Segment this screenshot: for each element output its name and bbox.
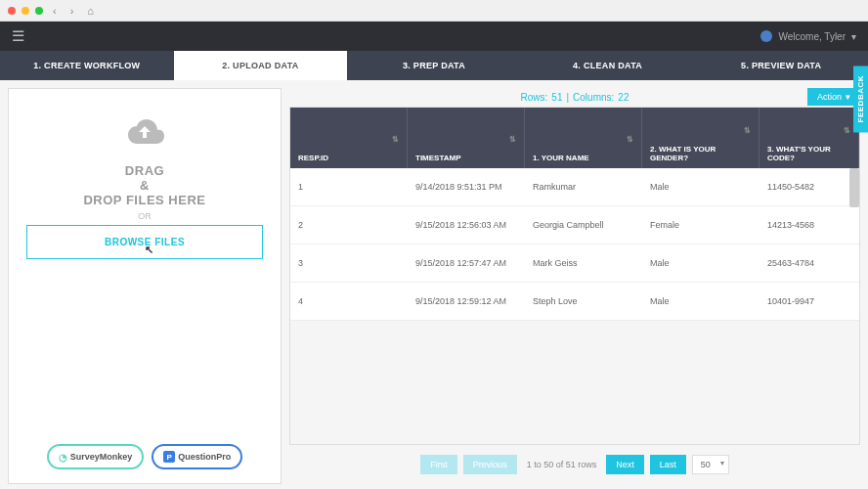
- next-button[interactable]: Next: [606, 455, 644, 474]
- drag-text-1: DRAG: [125, 163, 164, 178]
- surveymonkey-label: SurveyMonkey: [70, 452, 133, 462]
- tab-clean-data[interactable]: 4. CLEAN DATA: [521, 51, 695, 80]
- cloud-upload-icon: [123, 118, 166, 154]
- cell-code: 14213-4568: [760, 206, 859, 244]
- cell-ts: 9/15/2018 12:57:47 AM: [408, 244, 525, 282]
- sort-icon[interactable]: ⇅: [509, 135, 516, 144]
- table-row[interactable]: 2 9/15/2018 12:56:03 AM Georgia Campbell…: [290, 206, 859, 244]
- or-text: OR: [138, 211, 152, 221]
- sort-icon[interactable]: ⇅: [744, 126, 751, 135]
- menu-icon[interactable]: ☰: [12, 27, 24, 45]
- last-button[interactable]: Last: [650, 455, 686, 474]
- tab-create-workflow[interactable]: 1. CREATE WORKFLOW: [0, 51, 174, 80]
- cell-code: 10401-9947: [760, 283, 859, 320]
- traffic-red[interactable]: [8, 7, 16, 15]
- table-row[interactable]: 3 9/15/2018 12:57:47 AM Mark Geiss Male …: [290, 244, 859, 283]
- feedback-tab[interactable]: FEEDBACK: [853, 66, 868, 132]
- cell-id: 4: [290, 283, 408, 320]
- cell-ts: 9/14/2018 9:51:31 PM: [408, 168, 525, 205]
- data-table: ⇅RESP.ID ⇅TIMESTAMP ⇅1. YOUR NAME ⇅2. WH…: [289, 107, 860, 445]
- tab-prep-data[interactable]: 3. PREP DATA: [347, 51, 521, 80]
- tab-preview-data[interactable]: 5. PREVIEW DATA: [694, 51, 868, 80]
- cell-gender: Male: [642, 244, 760, 282]
- data-panel: Rows: 51 | Columns: 22 Action ▾ ⇅RESP.ID…: [289, 88, 860, 484]
- surveymonkey-button[interactable]: ◔ SurveyMonkey: [47, 444, 145, 469]
- cell-name: Steph Love: [525, 283, 642, 320]
- cell-code: 11450-5482: [760, 168, 859, 205]
- action-button[interactable]: Action ▾: [807, 88, 860, 106]
- upload-panel: DRAG & DROP FILES HERE OR BROWSE FILES ↖…: [8, 88, 282, 484]
- col-respid: RESP.ID: [298, 154, 399, 162]
- col-code: 3. WHAT'S YOUR CODE?: [767, 145, 850, 162]
- pagination: First Previous 1 to 50 of 51 rows Next L…: [289, 445, 860, 484]
- traffic-yellow[interactable]: [22, 7, 29, 15]
- chevron-down-icon: ▾: [851, 31, 856, 42]
- page-info: 1 to 50 of 51 rows: [527, 460, 597, 469]
- rows-label: Rows:: [521, 92, 548, 103]
- col-name: 1. YOUR NAME: [533, 154, 633, 162]
- table-scrollbar[interactable]: [849, 168, 859, 207]
- col-gender: 2. WHAT IS YOUR GENDER?: [650, 145, 751, 162]
- table-body: 1 9/14/2018 9:51:31 PM Ramkumar Male 114…: [290, 168, 859, 321]
- cell-gender: Female: [642, 206, 760, 244]
- cell-id: 1: [290, 168, 408, 205]
- browse-files-button[interactable]: BROWSE FILES ↖: [26, 225, 263, 259]
- sort-icon[interactable]: ⇅: [392, 135, 399, 144]
- first-button[interactable]: First: [420, 455, 457, 474]
- avatar: [760, 30, 772, 42]
- workflow-tabs: 1. CREATE WORKFLOW 2. UPLOAD DATA 3. PRE…: [0, 51, 868, 80]
- cols-count: 22: [618, 92, 629, 103]
- cell-ts: 9/15/2018 12:56:03 AM: [408, 206, 525, 244]
- sort-icon[interactable]: ⇅: [844, 126, 850, 135]
- traffic-green[interactable]: [35, 7, 43, 15]
- table-row[interactable]: 4 9/15/2018 12:59:12 AM Steph Love Male …: [290, 283, 859, 321]
- surveymonkey-icon: ◔: [59, 452, 67, 463]
- cell-id: 2: [290, 206, 408, 244]
- page-size-select[interactable]: 50: [692, 455, 729, 474]
- summary-row: Rows: 51 | Columns: 22 Action ▾: [289, 88, 860, 107]
- home-icon[interactable]: ⌂: [87, 5, 94, 17]
- cols-label: Columns:: [573, 92, 614, 103]
- cell-code: 25463-4784: [760, 244, 859, 282]
- table-header: ⇅RESP.ID ⇅TIMESTAMP ⇅1. YOUR NAME ⇅2. WH…: [290, 108, 859, 168]
- table-row[interactable]: 1 9/14/2018 9:51:31 PM Ramkumar Male 114…: [290, 168, 859, 206]
- cell-gender: Male: [642, 283, 760, 320]
- summary-sep: |: [566, 92, 569, 103]
- tab-upload-data[interactable]: 2. UPLOAD DATA: [174, 51, 348, 80]
- forward-icon[interactable]: ›: [70, 5, 74, 17]
- chevron-down-icon: ▾: [846, 92, 850, 102]
- drag-text-3: DROP FILES HERE: [83, 193, 205, 207]
- questionpro-label: QuestionPro: [178, 452, 231, 462]
- browser-chrome: ‹ › ⌂: [0, 0, 868, 22]
- cell-ts: 9/15/2018 12:59:12 AM: [408, 283, 525, 320]
- cell-name: Georgia Campbell: [525, 206, 642, 244]
- welcome-area[interactable]: Welcome, Tyler ▾: [760, 30, 856, 42]
- questionpro-icon: P: [163, 451, 175, 463]
- cell-name: Ramkumar: [525, 168, 642, 205]
- topbar: ☰ Welcome, Tyler ▾: [0, 22, 868, 51]
- cell-id: 3: [290, 244, 408, 282]
- welcome-text: Welcome, Tyler: [778, 31, 846, 42]
- cell-gender: Male: [642, 168, 760, 205]
- prev-button[interactable]: Previous: [463, 455, 517, 474]
- col-timestamp: TIMESTAMP: [415, 154, 516, 162]
- questionpro-button[interactable]: P QuestionPro: [152, 444, 242, 469]
- rows-count: 51: [551, 92, 562, 103]
- cell-name: Mark Geiss: [525, 244, 642, 282]
- drag-text-2: &: [140, 178, 150, 193]
- sort-icon[interactable]: ⇅: [627, 135, 633, 144]
- back-icon[interactable]: ‹: [53, 5, 57, 17]
- cursor-icon: ↖: [145, 244, 154, 256]
- action-label: Action: [817, 92, 842, 102]
